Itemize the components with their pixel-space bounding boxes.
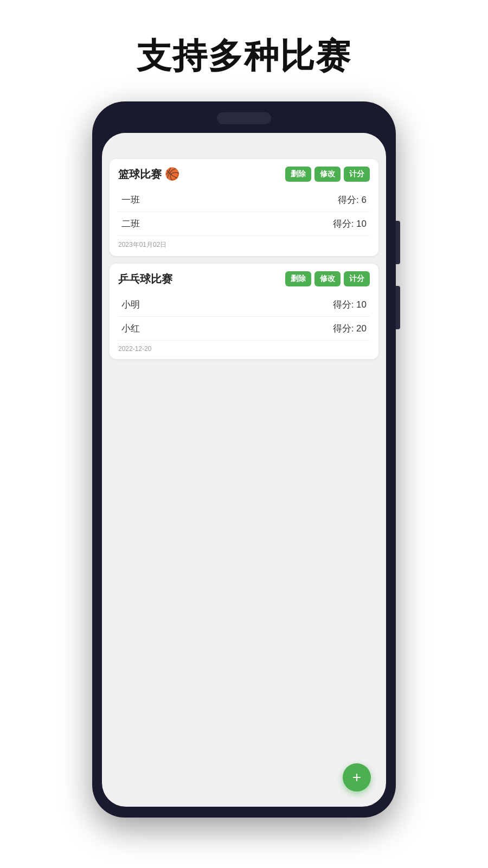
match-card-pingpong: 乒乓球比赛 删除 修改 计分 小明 得分: 10 小红 得分: 20 202 — [110, 264, 378, 359]
edit-button-basketball[interactable]: 修改 — [314, 167, 341, 182]
score-button-pingpong[interactable]: 计分 — [344, 271, 370, 286]
card-date-pingpong: 2022-12-20 — [118, 345, 370, 353]
add-match-fab[interactable]: + — [343, 763, 371, 792]
card-header-basketball: 篮球比赛 🏀 删除 修改 计分 — [118, 167, 370, 182]
card-title-basketball: 篮球比赛 🏀 — [118, 167, 179, 182]
edit-button-pingpong[interactable]: 修改 — [314, 271, 341, 286]
phone-screen: 篮球比赛 🏀 删除 修改 计分 一班 得分: 6 二班 得分: 10 — [102, 133, 386, 807]
delete-button-basketball[interactable]: 删除 — [285, 167, 311, 182]
card-header-pingpong: 乒乓球比赛 删除 修改 计分 — [118, 271, 370, 286]
status-bar — [102, 133, 386, 152]
card-title-text-pingpong: 乒乓球比赛 — [118, 272, 172, 286]
team-score-xiaoming: 得分: 10 — [333, 298, 367, 311]
team-name-xiaoming: 小明 — [121, 298, 140, 311]
phone-speaker — [217, 112, 271, 124]
phone-shell: 篮球比赛 🏀 删除 修改 计分 一班 得分: 6 二班 得分: 10 — [92, 101, 396, 818]
score-button-basketball[interactable]: 计分 — [344, 167, 370, 182]
card-title-pingpong: 乒乓球比赛 — [118, 272, 172, 286]
team-row-yiban: 一班 得分: 6 — [118, 188, 370, 212]
fab-plus-icon: + — [352, 770, 361, 785]
card-title-text-basketball: 篮球比赛 — [118, 167, 162, 182]
page-title: 支持多种比赛 — [137, 33, 351, 80]
delete-button-pingpong[interactable]: 删除 — [285, 271, 311, 286]
team-row-xiaoming: 小明 得分: 10 — [118, 293, 370, 317]
screen-content: 篮球比赛 🏀 删除 修改 计分 一班 得分: 6 二班 得分: 10 — [102, 152, 386, 807]
team-score-erban: 得分: 10 — [333, 218, 367, 230]
team-name-xiaohong: 小红 — [121, 322, 140, 335]
team-row-erban: 二班 得分: 10 — [118, 212, 370, 236]
card-actions-basketball: 删除 修改 计分 — [285, 167, 370, 182]
match-card-basketball: 篮球比赛 🏀 删除 修改 计分 一班 得分: 6 二班 得分: 10 — [110, 159, 378, 256]
team-name-yiban: 一班 — [121, 194, 140, 206]
team-name-erban: 二班 — [121, 218, 140, 230]
team-score-xiaohong: 得分: 20 — [333, 322, 367, 335]
card-date-basketball: 2023年01月02日 — [118, 240, 370, 250]
team-row-xiaohong: 小红 得分: 20 — [118, 317, 370, 341]
card-actions-pingpong: 删除 修改 计分 — [285, 271, 370, 286]
basketball-emoji: 🏀 — [165, 167, 179, 181]
team-score-yiban: 得分: 6 — [338, 194, 367, 206]
